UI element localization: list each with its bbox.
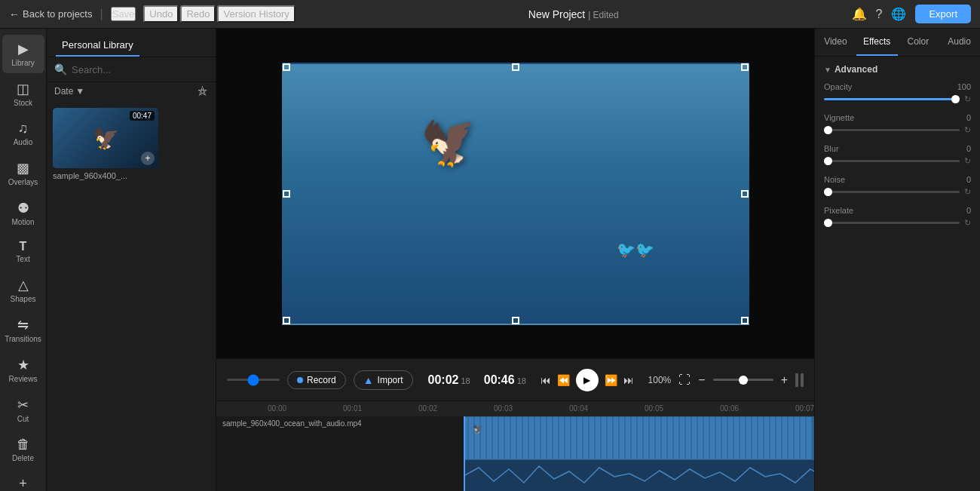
- fullscreen-button[interactable]: ⛶: [678, 373, 691, 387]
- sidebar-item-shapes[interactable]: △ Shapes: [2, 271, 44, 309]
- time-display: 00:02 18 00:46 18: [428, 373, 526, 387]
- handle-bottom-right[interactable]: [741, 317, 749, 324]
- ruler-tick-4: 00:04: [569, 404, 588, 413]
- import-label: Import: [378, 375, 403, 385]
- notifications-icon[interactable]: 🔔: [852, 7, 867, 21]
- track-name: sample_960x400_ocean_with_audio.mp4: [222, 419, 362, 428]
- sidebar-item-reviews[interactable]: ★ Reviews: [2, 351, 44, 389]
- blur-slider[interactable]: [824, 160, 960, 162]
- zoom-slider[interactable]: [713, 379, 773, 381]
- fast-forward-button[interactable]: ⏩: [605, 374, 617, 386]
- sidebar-label-audio: Audio: [14, 138, 33, 146]
- export-button[interactable]: Export: [915, 5, 971, 23]
- video-track[interactable]: 🦅: [464, 416, 814, 460]
- vignette-slider[interactable]: [824, 129, 960, 131]
- sidebar-item-add-track[interactable]: + Add Track: [2, 470, 44, 491]
- delete-icon: 🗑: [17, 437, 30, 453]
- skip-to-end-button[interactable]: ⏭: [623, 374, 634, 386]
- playhead[interactable]: [464, 416, 465, 491]
- ruler-tick-6: 00:06: [720, 404, 739, 413]
- handle-bottom-middle[interactable]: [512, 317, 519, 324]
- handle-top-middle[interactable]: [512, 63, 519, 71]
- sidebar-bottom: ★ Reviews ✂ Cut 🗑 Delete + Add Track: [2, 351, 44, 491]
- pixelate-reset-icon[interactable]: ↻: [964, 218, 971, 228]
- advanced-section-header[interactable]: ▼ Advanced: [824, 64, 971, 75]
- video-track-waveform: 🦅: [465, 417, 813, 459]
- advanced-section: ▼ Advanced Opacity 100 ↻ Vignette 0: [815, 57, 980, 244]
- audio-track[interactable]: [464, 460, 814, 491]
- sidebar-item-audio[interactable]: ♫ Audio: [2, 115, 44, 152]
- handle-bottom-left[interactable]: [283, 317, 290, 324]
- zoom-out-button[interactable]: −: [698, 373, 705, 387]
- advanced-chevron-icon: ▼: [824, 66, 831, 74]
- handle-left-middle[interactable]: [283, 190, 290, 198]
- sidebar-item-text[interactable]: T Text: [2, 234, 44, 269]
- tab-effects-label: Effects: [863, 36, 890, 47]
- version-history-button[interactable]: Version History: [217, 5, 295, 23]
- tab-color-label: Color: [908, 36, 929, 47]
- back-icon: ←: [9, 8, 20, 20]
- save-button[interactable]: Save: [111, 7, 136, 21]
- back-button[interactable]: ← Back to projects: [9, 8, 93, 20]
- sidebar-item-overlays[interactable]: ▩ Overlays: [2, 154, 44, 192]
- blur-reset-icon[interactable]: ↻: [964, 156, 971, 166]
- vignette-reset-icon[interactable]: ↻: [964, 125, 971, 135]
- sidebar-item-stock[interactable]: ◫ Stock: [2, 75, 44, 113]
- selection-handles: [283, 64, 748, 324]
- opacity-slider[interactable]: [824, 98, 960, 100]
- pause-bar-1: [795, 373, 798, 387]
- media-thumb[interactable]: 🦅 00:47 + sample_960x400_...: [53, 108, 158, 180]
- handle-top-right[interactable]: [741, 63, 749, 71]
- ruler-tick-1: 00:01: [343, 404, 362, 413]
- sidebar-item-delete[interactable]: 🗑 Delete: [2, 431, 44, 468]
- noise-reset-icon[interactable]: ↻: [964, 187, 971, 197]
- sidebar-item-cut[interactable]: ✂ Cut: [2, 391, 44, 429]
- pixelate-slider[interactable]: [824, 222, 960, 224]
- sidebar-label-overlays: Overlays: [8, 178, 38, 186]
- search-input[interactable]: [72, 64, 208, 75]
- history-buttons: Undo Redo Version History: [143, 5, 296, 23]
- timeline-scrub-mini[interactable]: [227, 379, 280, 381]
- sidebar-item-transitions[interactable]: ⇋ Transitions: [2, 311, 44, 349]
- skip-to-start-button[interactable]: ⏮: [541, 374, 551, 386]
- tab-audio[interactable]: Audio: [939, 29, 980, 56]
- tab-effects[interactable]: Effects: [856, 29, 898, 56]
- zoom-in-button[interactable]: +: [781, 373, 788, 387]
- divider: |: [100, 8, 103, 21]
- text-icon: T: [20, 240, 27, 253]
- shapes-icon: △: [18, 277, 29, 293]
- sidebar-item-library[interactable]: ▶ Library: [2, 35, 44, 73]
- rewind-button[interactable]: ⏪: [557, 374, 570, 386]
- top-bar-left: ← Back to projects | Save Undo Redo Vers…: [9, 5, 296, 23]
- video-preview: 🦅 🐦🐦: [216, 29, 814, 358]
- opacity-reset-icon[interactable]: ↻: [964, 94, 971, 104]
- tab-color[interactable]: Color: [898, 29, 939, 56]
- time-total-frames: 18: [517, 376, 526, 385]
- sidebar-item-motion[interactable]: ⚉ Motion: [2, 194, 44, 232]
- thumb-add-button[interactable]: +: [141, 152, 155, 165]
- personal-library-tab[interactable]: Personal Library: [56, 35, 139, 57]
- tab-video[interactable]: Video: [815, 29, 856, 56]
- record-button[interactable]: Record: [287, 371, 346, 389]
- help-icon[interactable]: ?: [876, 8, 883, 21]
- undo-button[interactable]: Undo: [143, 5, 179, 23]
- noise-slider[interactable]: [824, 191, 960, 193]
- date-filter[interactable]: Date ▼: [54, 86, 84, 97]
- tab-audio-label: Audio: [948, 36, 971, 47]
- redo-button[interactable]: Redo: [180, 5, 216, 23]
- blur-label: Blur: [824, 144, 839, 153]
- language-icon[interactable]: 🌐: [891, 7, 906, 21]
- import-button[interactable]: ▲ Import: [354, 370, 413, 390]
- top-bar: ← Back to projects | Save Undo Redo Vers…: [0, 0, 980, 29]
- playback-controls: ⏮ ⏪ ▶ ⏩ ⏭: [541, 369, 634, 391]
- filter-icon[interactable]: ⛤: [198, 85, 208, 97]
- handle-right-middle[interactable]: [741, 190, 749, 198]
- library-search: 🔍: [47, 57, 216, 82]
- play-button[interactable]: ▶: [576, 369, 599, 391]
- timeline-tracks: sample_960x400_ocean_with_audio.mp4 🦅: [216, 416, 814, 491]
- date-filter-label: Date: [54, 86, 73, 97]
- date-chevron-icon: ▼: [75, 86, 84, 97]
- handle-top-left[interactable]: [283, 63, 290, 71]
- opacity-label-row: Opacity 100: [824, 82, 971, 91]
- blur-row: Blur 0 ↻: [824, 144, 971, 166]
